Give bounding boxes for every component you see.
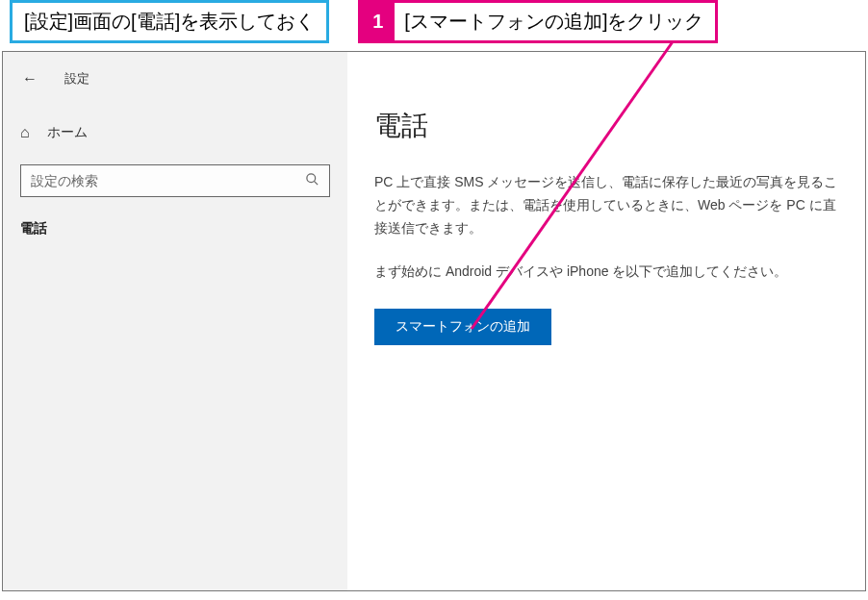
page-instruction: まず始めに Android デバイスや iPhone を以下で追加してください。 — [374, 261, 838, 284]
annotation-prerequisite-text: [設定]画面の[電話]を表示しておく — [24, 9, 315, 35]
sidebar-item-phone-label: 電話 — [20, 220, 47, 236]
sidebar: ← 設定 ⌂ ホーム 電話 — [3, 52, 347, 590]
main-content: 電話 PC 上で直接 SMS メッセージを送信し、電話に保存した最近の写真を見る… — [347, 52, 865, 590]
home-link[interactable]: ⌂ ホーム — [3, 107, 347, 159]
annotation-step-1: 1 [スマートフォンの追加]をクリック — [358, 0, 718, 43]
page-title: 電話 — [374, 108, 838, 144]
page-description: PC 上で直接 SMS メッセージを送信し、電話に保存した最近の写真を見ることが… — [374, 171, 838, 239]
annotation-step-text: [スマートフォンの追加]をクリック — [404, 9, 703, 35]
annotation-step-number: 1 — [361, 3, 395, 40]
window-title: 設定 — [64, 70, 89, 88]
search-input[interactable] — [31, 173, 305, 188]
search-box[interactable] — [20, 164, 330, 197]
svg-line-1 — [314, 181, 318, 185]
annotation-prerequisite: [設定]画面の[電話]を表示しておく — [10, 0, 329, 43]
home-label: ホーム — [47, 124, 88, 141]
home-icon: ⌂ — [20, 124, 30, 141]
sidebar-item-phone[interactable]: 電話 — [3, 207, 347, 251]
back-button[interactable]: ← — [22, 70, 38, 88]
search-icon — [305, 172, 319, 189]
svg-point-0 — [307, 174, 316, 183]
add-smartphone-button[interactable]: スマートフォンの追加 — [374, 309, 551, 345]
window-header: ← 設定 — [3, 66, 347, 107]
settings-window: ← 設定 ⌂ ホーム 電話 電話 PC 上で直接 SMS メッセージを送信し、電… — [2, 51, 866, 591]
